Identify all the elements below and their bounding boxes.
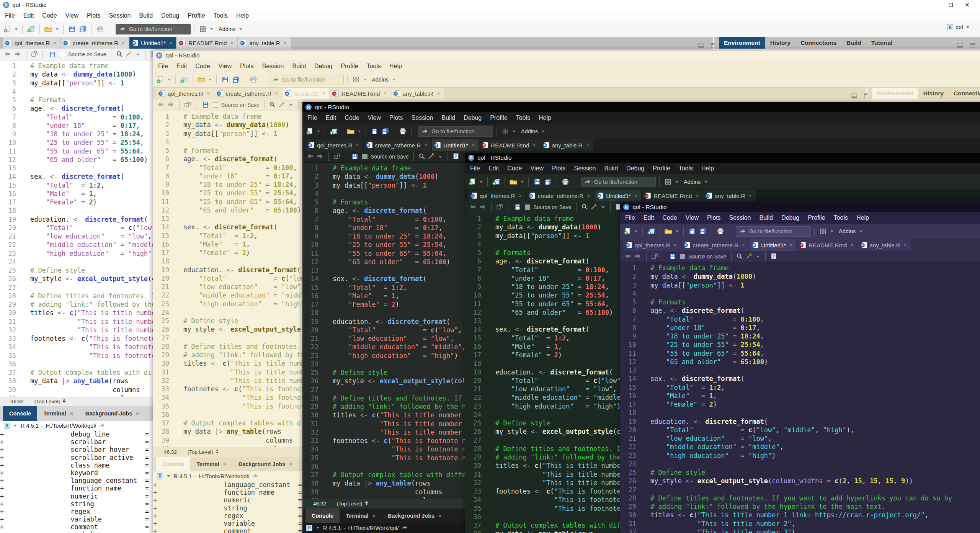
menu-help[interactable]: Help: [534, 114, 555, 121]
save-icon[interactable]: [369, 126, 379, 136]
maximize-button[interactable]: [949, 2, 953, 8]
close-tab-icon[interactable]: ×: [586, 142, 589, 148]
print-icon[interactable]: [560, 177, 570, 187]
close-tab-icon[interactable]: ×: [532, 142, 536, 148]
file-tab-qol-themes-r[interactable]: Rqol_themes.R×: [156, 88, 214, 99]
close-tab-icon[interactable]: ×: [372, 513, 376, 519]
menu-file[interactable]: File: [1, 12, 19, 19]
addins-button[interactable]: Addins: [521, 128, 538, 134]
menu-build[interactable]: Build: [755, 214, 777, 221]
file-tab-any-table-r[interactable]: Rany_table.R×: [858, 239, 911, 251]
save-all-icon[interactable]: [231, 75, 241, 85]
menu-session[interactable]: Session: [570, 165, 600, 172]
code-tools-icon[interactable]: [590, 203, 598, 211]
forward-icon[interactable]: [316, 153, 324, 160]
project-menu-button[interactable]: Rqol: [947, 24, 970, 30]
menu-help[interactable]: Help: [697, 165, 718, 172]
menu-profile[interactable]: Profile: [804, 214, 829, 221]
new-file-icon[interactable]: [305, 126, 315, 136]
title-bar[interactable]: Rqol - RStudio–✕: [620, 202, 980, 212]
goto-file-input[interactable]: Go to file/function: [581, 177, 656, 187]
new-file-icon[interactable]: [467, 177, 477, 187]
save-source-icon[interactable]: [47, 49, 57, 59]
file-tab-create-rstheme-r[interactable]: Rcreate_rstheme.R×: [364, 139, 431, 151]
file-tab-any-table-r[interactable]: Rany_table.R×: [541, 139, 593, 151]
menu-help[interactable]: Help: [385, 63, 406, 70]
source-on-save-checkbox[interactable]: [60, 52, 65, 57]
search-icon[interactable]: [581, 203, 588, 211]
menu-plots[interactable]: Plots: [236, 63, 258, 70]
save-source-icon[interactable]: [668, 252, 678, 262]
save-icon[interactable]: [220, 75, 230, 85]
file-tab-create-rstheme-r[interactable]: Rcreate_rstheme.R×: [214, 88, 282, 99]
file-tab-any-table-r[interactable]: Rany_table.R×: [703, 190, 756, 201]
close-tab-icon[interactable]: ×: [850, 242, 853, 248]
console-tab-console[interactable]: Console: [3, 406, 37, 421]
file-tab-qol-themes-r[interactable]: Rqol_themes.R×: [305, 139, 363, 151]
goto-file-input[interactable]: Go to file/function: [269, 75, 344, 85]
scope-selector[interactable]: (Top Level): [188, 449, 219, 455]
new-project-icon[interactable]: [26, 24, 36, 34]
goto-file-input[interactable]: Go to file/function: [736, 226, 811, 237]
code-editor[interactable]: 1# Example data frame2my_data <- dummy_d…: [620, 263, 980, 533]
menu-tools[interactable]: Tools: [363, 63, 385, 70]
menu-view[interactable]: View: [364, 114, 385, 121]
close-tab-icon[interactable]: ×: [322, 90, 325, 96]
close-tab-icon[interactable]: ×: [634, 193, 637, 199]
file-tab-create-rstheme-r[interactable]: Rcreate_rstheme.R×: [681, 239, 749, 251]
print-icon[interactable]: [398, 126, 408, 136]
pane-tab-environment[interactable]: Environment: [719, 37, 765, 49]
title-bar[interactable]: Rqol - RStudio–✕: [302, 102, 980, 112]
file-tab-any-table-r[interactable]: Rany_table.R×: [391, 88, 444, 99]
close-tab-icon[interactable]: ×: [587, 193, 590, 199]
close-tab-icon[interactable]: ×: [70, 410, 73, 417]
menu-tools[interactable]: Tools: [209, 12, 232, 19]
menu-view[interactable]: View: [526, 165, 548, 172]
menu-plots[interactable]: Plots: [548, 165, 570, 172]
menu-plots[interactable]: Plots: [703, 214, 725, 221]
pane-layout-icon[interactable]: [351, 75, 361, 85]
file-tab-create-rstheme-r[interactable]: Rcreate_rstheme.R×: [526, 190, 594, 201]
open-file-icon[interactable]: [196, 75, 206, 85]
close-tab-icon[interactable]: ×: [674, 242, 677, 248]
back-icon[interactable]: [469, 204, 477, 211]
addins-button[interactable]: Addins: [219, 26, 235, 32]
close-tab-icon[interactable]: ×: [275, 90, 278, 96]
menu-view[interactable]: View: [214, 63, 236, 70]
scope-selector[interactable]: (Top Level): [34, 399, 66, 404]
save-all-icon[interactable]: [78, 24, 88, 34]
close-tab-icon[interactable]: ×: [230, 40, 233, 46]
new-file-icon[interactable]: [2, 24, 12, 34]
menu-help[interactable]: Help: [852, 214, 873, 221]
menu-session[interactable]: Session: [407, 114, 438, 121]
file-tab-untitled1-[interactable]: RUntitled1*×: [283, 88, 329, 99]
menu-file[interactable]: File: [154, 63, 172, 70]
pane-tab-history[interactable]: History: [918, 88, 949, 99]
file-tab-untitled1-[interactable]: RUntitled1*×: [595, 190, 641, 201]
new-project-icon[interactable]: [328, 126, 338, 136]
console-tab-background-jobs[interactable]: Background Jobs×: [382, 508, 448, 523]
close-button[interactable]: ✕: [965, 2, 970, 8]
close-tab-icon[interactable]: ×: [695, 193, 698, 199]
pane-layout-icon[interactable]: [818, 226, 828, 236]
new-file-icon[interactable]: [622, 226, 632, 236]
close-tab-icon[interactable]: ×: [122, 40, 125, 46]
menu-profile[interactable]: Profile: [183, 12, 209, 19]
close-tab-icon[interactable]: ×: [136, 410, 139, 417]
file-tab-any-table-r[interactable]: Rany_table.R×: [238, 37, 291, 49]
search-icon[interactable]: [736, 253, 743, 261]
menu-debug[interactable]: Debug: [157, 12, 183, 19]
close-tab-icon[interactable]: ×: [437, 90, 440, 96]
scope-selector[interactable]: (Top Level): [337, 501, 368, 507]
file-tab-readme-rmd[interactable]: RREADME.Rmd×: [177, 37, 237, 49]
file-tab-qol-themes-r[interactable]: Rqol_themes.R×: [3, 37, 60, 49]
menu-code[interactable]: Code: [38, 12, 61, 19]
pane-tab-environment[interactable]: Environment: [872, 88, 918, 99]
menu-view[interactable]: View: [681, 214, 703, 221]
menu-debug[interactable]: Debug: [459, 114, 486, 121]
console-tab-terminal[interactable]: Terminal×: [37, 406, 79, 421]
console-tab-background-jobs[interactable]: Background Jobs×: [232, 457, 299, 471]
print-icon[interactable]: [715, 226, 725, 236]
menu-debug[interactable]: Debug: [622, 165, 648, 172]
menu-plots[interactable]: Plots: [83, 12, 105, 19]
